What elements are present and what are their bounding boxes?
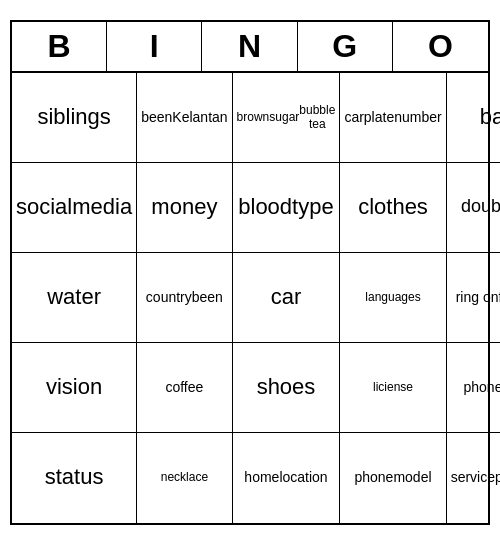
bingo-cell-4[interactable]: bag	[447, 73, 500, 163]
bingo-header-b: B	[12, 22, 107, 71]
cell-24-line-1: provider	[495, 469, 500, 486]
bingo-cell-18[interactable]: liciense	[340, 343, 446, 433]
cell-5-line-1: media	[72, 194, 132, 220]
bingo-cell-15[interactable]: vision	[12, 343, 137, 433]
cell-23-line-0: phone	[354, 469, 393, 486]
cell-3-line-2: number	[394, 109, 441, 126]
bingo-cell-13[interactable]: languages	[340, 253, 446, 343]
bingo-cell-20[interactable]: status	[12, 433, 137, 523]
bingo-cell-11[interactable]: countrybeen	[137, 253, 232, 343]
bingo-cell-1[interactable]: beenKelantan	[137, 73, 232, 163]
bingo-cell-24[interactable]: serviceprovider	[447, 433, 500, 523]
bingo-cell-14[interactable]: ring onfingers	[447, 253, 500, 343]
cell-11-line-1: been	[192, 289, 223, 306]
cell-3-line-1: plate	[364, 109, 394, 126]
cell-22-line-1: location	[279, 469, 327, 486]
cell-9-line-0: double	[461, 196, 500, 218]
cell-23-line-1: model	[393, 469, 431, 486]
cell-11-line-0: country	[146, 289, 192, 306]
cell-3-line-0: car	[344, 109, 363, 126]
bingo-cell-17[interactable]: shoes	[233, 343, 341, 433]
bingo-cell-10[interactable]: water	[12, 253, 137, 343]
bingo-header-i: I	[107, 22, 202, 71]
bingo-cell-0[interactable]: siblings	[12, 73, 137, 163]
bingo-cell-22[interactable]: homelocation	[233, 433, 341, 523]
bingo-cell-2[interactable]: brownsugarbubble tea	[233, 73, 341, 163]
bingo-header-o: O	[393, 22, 488, 71]
bingo-cell-3[interactable]: carplatenumber	[340, 73, 446, 163]
bingo-cell-9[interactable]: double11	[447, 163, 500, 253]
bingo-cell-19[interactable]: phoneapps	[447, 343, 500, 433]
cell-22-line-0: home	[244, 469, 279, 486]
bingo-cell-21[interactable]: necklace	[137, 433, 232, 523]
bingo-cell-16[interactable]: coffee	[137, 343, 232, 433]
bingo-header-n: N	[202, 22, 297, 71]
bingo-cell-6[interactable]: money	[137, 163, 232, 253]
bingo-cell-12[interactable]: car	[233, 253, 341, 343]
cell-1-line-0: been	[141, 109, 172, 126]
cell-24-line-0: service	[451, 469, 495, 486]
cell-7-line-1: type	[292, 194, 334, 220]
bingo-header: BINGO	[12, 22, 488, 73]
cell-14-line-0: ring on	[456, 289, 499, 306]
cell-1-line-1: Kelantan	[172, 109, 227, 126]
bingo-cell-23[interactable]: phonemodel	[340, 433, 446, 523]
cell-19-line-0: phone	[463, 379, 500, 396]
cell-2-line-1: sugar	[269, 110, 299, 124]
bingo-card: BINGO siblingsbeenKelantanbrownsugarbubb…	[10, 20, 490, 525]
cell-5-line-0: social	[16, 194, 72, 220]
cell-2-line-2: bubble tea	[299, 103, 335, 132]
bingo-grid: siblingsbeenKelantanbrownsugarbubble tea…	[12, 73, 488, 523]
cell-7-line-0: blood	[238, 194, 292, 220]
cell-2-line-0: brown	[237, 110, 270, 124]
bingo-cell-5[interactable]: socialmedia	[12, 163, 137, 253]
bingo-header-g: G	[298, 22, 393, 71]
bingo-cell-8[interactable]: clothes	[340, 163, 446, 253]
bingo-cell-7[interactable]: bloodtype	[233, 163, 341, 253]
